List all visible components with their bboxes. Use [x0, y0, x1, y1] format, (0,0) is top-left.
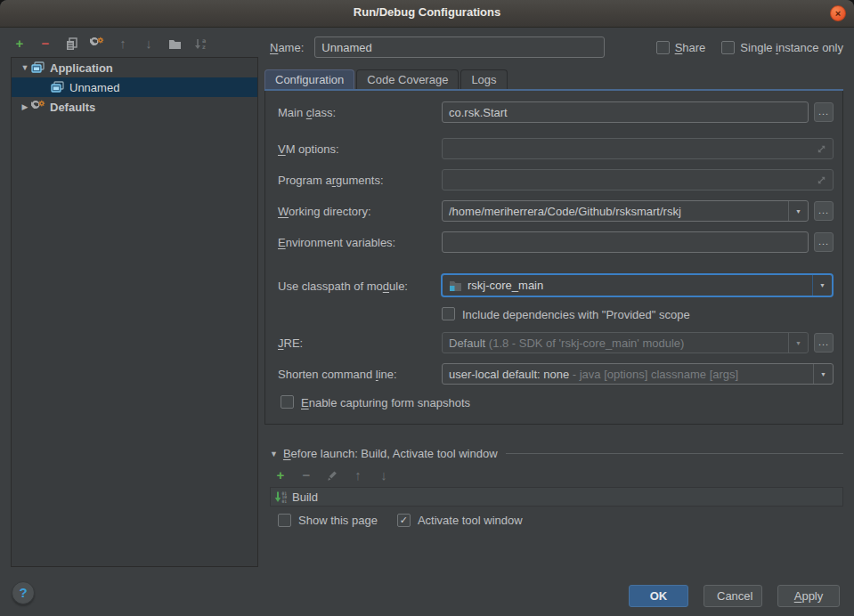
before-launch-task-build[interactable]: 01 10 01 Build	[270, 487, 843, 507]
ok-button[interactable]: OK	[629, 585, 688, 607]
dropdown-arrow-icon[interactable]: ▼	[813, 364, 833, 384]
move-up-icon[interactable]: ↑	[116, 36, 130, 51]
module-combo[interactable]: rskj-core_main ▼	[441, 273, 834, 297]
name-value: Unnamed	[321, 41, 371, 54]
tab-strip: Configuration Code Coverage Logs	[264, 69, 509, 90]
before-launch-header[interactable]: ▼ Before launch: Build, Activate tool wi…	[270, 446, 843, 461]
tab-configuration[interactable]: Configuration	[264, 69, 354, 90]
working-directory-combo[interactable]: /home/meriherrera/Code/Github/rsksmart/r…	[442, 200, 809, 222]
sort-configurations-icon[interactable]: a z	[193, 36, 207, 51]
share-checkbox[interactable]: ✓	[656, 41, 670, 54]
include-provided-checkbox[interactable]: ✓	[442, 307, 455, 320]
environment-variables-input[interactable]	[442, 231, 809, 253]
tree-item-defaults[interactable]: ▶ Defaults	[12, 97, 257, 117]
activate-tool-window-checkbox[interactable]: ✓	[397, 514, 411, 527]
environment-variables-label: Environment variables:	[278, 236, 395, 249]
expanded-icon[interactable]: ▼	[19, 63, 31, 72]
configuration-panel: Main class: co.rsk.Start ... VM options:…	[264, 91, 843, 425]
program-arguments-label: Program arguments:	[278, 174, 384, 187]
before-launch-options: ✓ Show this page ✓ Activate tool window	[278, 514, 523, 527]
add-configuration-icon[interactable]: +	[12, 36, 27, 51]
vm-options-input[interactable]	[442, 138, 834, 159]
jre-value: Default	[449, 336, 485, 350]
before-launch-title: Before launch: Build, Activate tool wind…	[283, 447, 498, 460]
move-task-down-icon[interactable]: ↓	[377, 468, 391, 482]
configurations-toolbar: + − ↑ ↓	[12, 36, 207, 52]
defaults-wrench-icon	[31, 100, 45, 114]
working-directory-value: /home/meriherrera/Code/Github/rsksmart/r…	[449, 205, 788, 218]
task-label: Build	[292, 490, 318, 504]
build-icon: 01 10 01	[274, 490, 288, 504]
module-label: Use classpath of module:	[278, 280, 408, 293]
shorten-value-detail: - java [options] classname [args]	[573, 368, 738, 381]
name-input[interactable]: Unnamed	[314, 36, 605, 58]
expand-field-icon[interactable]	[817, 175, 826, 185]
working-directory-browse-button[interactable]: ...	[814, 201, 834, 221]
shorten-command-line-label: Shorten command line:	[278, 368, 397, 381]
configurations-tree: ▼ Application Unnamed ▶	[11, 57, 258, 567]
before-launch-toolbar: + − ↑ ↓	[273, 468, 391, 482]
dropdown-arrow-icon[interactable]: ▼	[788, 333, 808, 353]
form-snapshots-label: Enable capturing form snapshots	[301, 396, 470, 409]
tree-item-unnamed[interactable]: Unnamed	[12, 77, 257, 97]
program-arguments-input[interactable]	[442, 169, 834, 190]
main-class-value: co.rsk.Start	[449, 106, 508, 119]
name-label: Name:	[270, 41, 304, 54]
collapsed-icon[interactable]: ▶	[19, 102, 31, 111]
environment-variables-browse-button[interactable]: ...	[814, 232, 834, 252]
form-snapshots-checkbox[interactable]: ✓	[281, 395, 294, 409]
expand-field-icon[interactable]	[817, 144, 826, 154]
application-icon	[51, 81, 65, 93]
tree-item-label: Unnamed	[69, 81, 119, 94]
edit-task-icon[interactable]	[325, 468, 339, 482]
name-row: Name: Unnamed ✓ Share ✓ Single instance …	[259, 36, 843, 58]
module-value: rskj-core_main	[468, 279, 812, 292]
apply-button[interactable]: Apply	[777, 585, 840, 607]
dropdown-arrow-icon[interactable]: ▼	[788, 201, 808, 221]
remove-task-icon[interactable]: −	[299, 468, 313, 482]
jre-browse-button[interactable]: ...	[814, 333, 834, 353]
shorten-command-line-combo[interactable]: user-local default: none - java [options…	[442, 363, 834, 385]
jre-label: JRE:	[278, 336, 303, 350]
tab-code-coverage[interactable]: Code Coverage	[356, 69, 459, 90]
help-button[interactable]: ?	[12, 581, 35, 604]
remove-configuration-icon[interactable]: −	[38, 36, 53, 51]
cancel-button[interactable]: Cancel	[704, 585, 762, 607]
new-folder-icon[interactable]	[167, 36, 182, 51]
single-instance-checkbox[interactable]: ✓	[721, 41, 735, 54]
main-class-label: Main class:	[278, 106, 336, 119]
edit-defaults-icon[interactable]	[90, 36, 104, 51]
show-this-page-label: Show this page	[298, 514, 378, 527]
tree-item-label: Application	[50, 61, 113, 75]
tree-item-application[interactable]: ▼ Application	[12, 58, 257, 77]
close-icon[interactable]: ×	[830, 5, 846, 21]
move-down-icon[interactable]: ↓	[142, 36, 156, 51]
main-class-input[interactable]: co.rsk.Start	[442, 101, 809, 123]
application-icon	[31, 61, 45, 74]
show-this-page-checkbox[interactable]: ✓	[278, 514, 291, 527]
tree-item-label: Defaults	[50, 101, 95, 114]
jre-combo[interactable]: Default (1.8 - SDK of 'rskj-core_main' m…	[442, 332, 809, 353]
share-label: Share	[675, 41, 706, 54]
separator-line	[506, 453, 843, 454]
shorten-value: user-local default: none	[449, 368, 569, 381]
module-icon	[449, 280, 462, 291]
copy-configuration-icon[interactable]	[64, 36, 78, 51]
working-directory-label: Working directory:	[278, 205, 371, 218]
expanded-icon[interactable]: ▼	[270, 450, 278, 458]
activate-tool-window-label: Activate tool window	[418, 514, 523, 527]
single-instance-label: Single instance only	[740, 41, 843, 54]
svg-text:01: 01	[282, 499, 288, 504]
run-debug-configurations-dialog: Run/Debug Configurations × + −	[0, 0, 854, 616]
dropdown-arrow-icon[interactable]: ▼	[812, 275, 832, 296]
add-task-icon[interactable]: +	[273, 468, 288, 482]
move-task-up-icon[interactable]: ↑	[351, 468, 365, 482]
dialog-title: Run/Debug Configurations	[0, 5, 854, 19]
include-provided-label: Include dependencies with "Provided" sco…	[462, 308, 690, 321]
jre-value-detail: (1.8 - SDK of 'rskj-core_main' module)	[489, 336, 685, 350]
tab-logs[interactable]: Logs	[460, 69, 507, 90]
vm-options-label: VM options:	[278, 142, 339, 156]
main-class-browse-button[interactable]: ...	[814, 102, 834, 122]
svg-text:z: z	[202, 44, 206, 51]
title-bar[interactable]: Run/Debug Configurations ×	[0, 0, 854, 28]
